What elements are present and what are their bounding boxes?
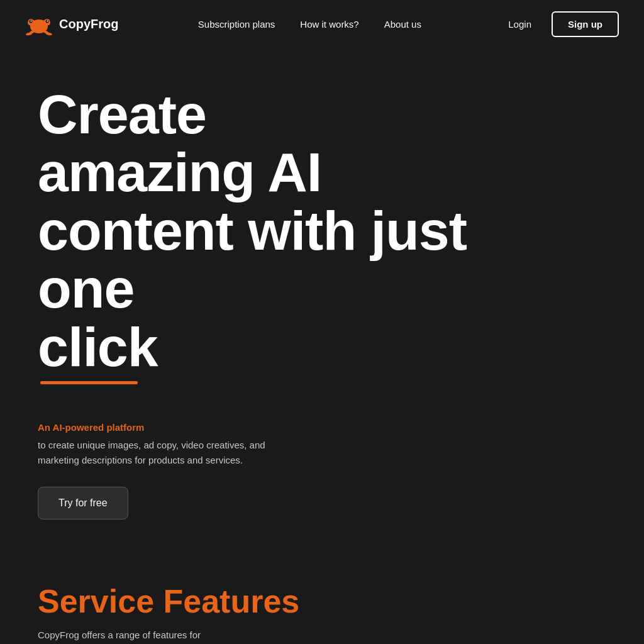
frog-icon [25, 10, 53, 38]
service-features-subtitle: CopyFrog offers a range of features for [38, 628, 302, 643]
hero-headline: Create amazing AI content with just one … [38, 86, 553, 376]
svg-point-8 [47, 21, 48, 22]
description-highlight: An AI-powered platform [38, 422, 302, 433]
logo-text: CopyFrog [59, 17, 118, 31]
hero-section: Create amazing AI content with just one … [0, 48, 644, 545]
svg-point-7 [31, 21, 32, 22]
logo[interactable]: CopyFrog [25, 10, 118, 38]
hero-description: An AI-powered platform to create unique … [38, 422, 302, 468]
description-text: to create unique images, ad copy, video … [38, 438, 302, 468]
service-features-title: Service Features [38, 582, 619, 620]
headline-line2: amazing AI [38, 141, 321, 203]
nav-links: Subscription plans How it works? About u… [198, 19, 421, 30]
navbar: CopyFrog Subscription plans How it works… [0, 0, 644, 48]
nav-link-subscription[interactable]: Subscription plans [198, 19, 275, 30]
nav-link-how-it-works[interactable]: How it works? [300, 19, 358, 30]
try-free-button[interactable]: Try for free [38, 487, 128, 519]
service-features-section: Service Features CopyFrog offers a range… [0, 545, 644, 644]
signup-button[interactable]: Sign up [552, 11, 619, 37]
headline-line4: click [38, 316, 158, 378]
login-button[interactable]: Login [501, 14, 539, 35]
headline-line1: Create [38, 83, 206, 145]
headline-line3: content with just one [38, 199, 467, 319]
nav-link-about[interactable]: About us [384, 19, 421, 30]
hero-underline [40, 381, 138, 384]
nav-actions: Login Sign up [501, 11, 619, 37]
